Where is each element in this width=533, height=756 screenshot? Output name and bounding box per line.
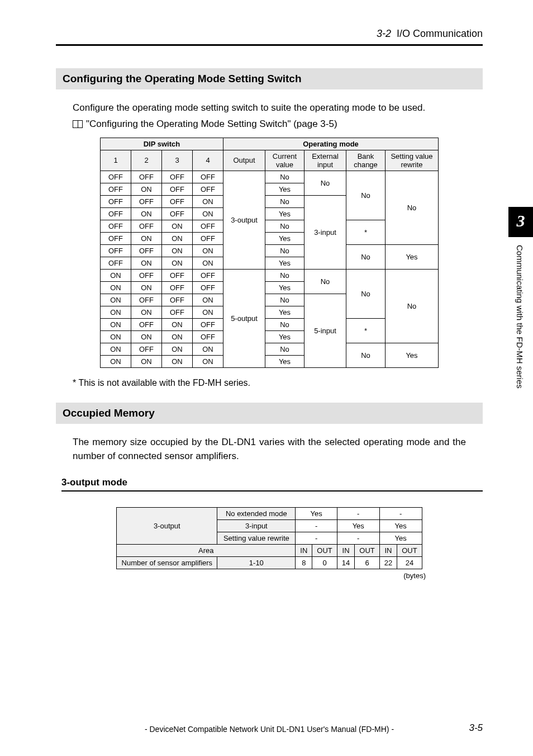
dip-header-right: Operating mode bbox=[223, 138, 439, 150]
col-2: 2 bbox=[131, 150, 162, 171]
page-footer: - DeviceNet Compatible Network Unit DL-D… bbox=[56, 725, 483, 734]
h3-rule bbox=[61, 490, 483, 492]
table-row: ONOFFOFFOFF 5-output No No No No bbox=[101, 269, 439, 281]
col-output: Output bbox=[223, 150, 265, 171]
bytes-note: (bytes) bbox=[113, 571, 426, 580]
col-3: 3 bbox=[162, 150, 193, 171]
mem-svr: Setting value rewrite bbox=[217, 532, 296, 544]
svr-yes-a: Yes bbox=[386, 244, 439, 269]
ext-3input: 3-input bbox=[304, 195, 346, 269]
running-head: 3-2 I/O Communication bbox=[56, 28, 483, 44]
table-row: OFFOFFONONNo No Yes bbox=[101, 244, 439, 257]
table-row: ONOFFONONNo No Yes bbox=[101, 343, 439, 355]
paragraph-config-switch: Configure the operating mode setting swi… bbox=[73, 101, 466, 115]
dip-switch-table: DIP switch Operating mode 1 2 3 4 Output… bbox=[100, 138, 439, 368]
cross-reference: "Configuring the Operating Mode Setting … bbox=[73, 119, 466, 130]
heading-occupied-memory: Occupied Memory bbox=[56, 403, 483, 424]
chapter-tab: 3 Communicating with the FD-MH series bbox=[508, 207, 533, 416]
chapter-label: Communicating with the FD-MH series bbox=[508, 237, 531, 416]
bank-no-b: No bbox=[346, 244, 386, 269]
mem-amp-range: 1-10 bbox=[217, 556, 296, 569]
section-title-text: I/O Communication bbox=[397, 28, 483, 39]
mem-amp-label: Number of sensor amplifiers bbox=[117, 556, 217, 569]
mem-area: Area bbox=[117, 544, 296, 556]
footnote-star: * This is not available with the FD-MH s… bbox=[73, 378, 483, 388]
book-icon bbox=[73, 120, 83, 128]
header-rule bbox=[56, 44, 483, 46]
section-number: 3-2 bbox=[377, 28, 391, 39]
col-1: 1 bbox=[101, 150, 131, 171]
mem-3input: 3-input bbox=[217, 519, 296, 532]
svr-yes-b: Yes bbox=[386, 343, 439, 367]
bank-no-d: No bbox=[346, 343, 386, 367]
chapter-number: 3 bbox=[508, 207, 533, 237]
page-number: 3-5 bbox=[469, 722, 483, 734]
ext-no-a: No bbox=[304, 171, 346, 195]
ext-no-b: No bbox=[304, 269, 346, 294]
mem-row-label: 3-output bbox=[117, 507, 217, 544]
bank-no-c: No bbox=[346, 269, 386, 318]
memory-table: 3-output No extended mode Yes - - 3-inpu… bbox=[116, 507, 422, 569]
ext-5input: 5-input bbox=[304, 294, 346, 367]
table-row: OFFOFFOFFOFF 3-output No No No No bbox=[101, 171, 439, 183]
heading-3-output-mode: 3-output mode bbox=[61, 477, 483, 488]
col-current-value: Current value bbox=[265, 150, 304, 171]
svr-no-b: No bbox=[386, 269, 439, 343]
xref-text: "Configuring the Operating Mode Setting … bbox=[86, 119, 337, 129]
bank-star-b: * bbox=[346, 318, 386, 343]
bank-star-a: * bbox=[346, 220, 386, 244]
col-setting-value-rewrite: Setting value rewrite bbox=[386, 150, 439, 171]
col-bank-change: Bank change bbox=[346, 150, 386, 171]
paragraph-occupied-memory: The memory size occupied by the DL-DN1 v… bbox=[73, 435, 466, 464]
mem-no-extended: No extended mode bbox=[217, 507, 296, 519]
svr-no-a: No bbox=[386, 171, 439, 244]
footer-text: - DeviceNet Compatible Network Unit DL-D… bbox=[145, 725, 394, 734]
output-5: 5-output bbox=[223, 269, 265, 367]
output-3: 3-output bbox=[223, 171, 265, 269]
col-external-input: External input bbox=[304, 150, 346, 171]
heading-config-switch: Configuring the Operating Mode Setting S… bbox=[56, 68, 483, 89]
dip-header-left: DIP switch bbox=[101, 138, 223, 150]
col-4: 4 bbox=[193, 150, 223, 171]
bank-no-a: No bbox=[346, 171, 386, 220]
